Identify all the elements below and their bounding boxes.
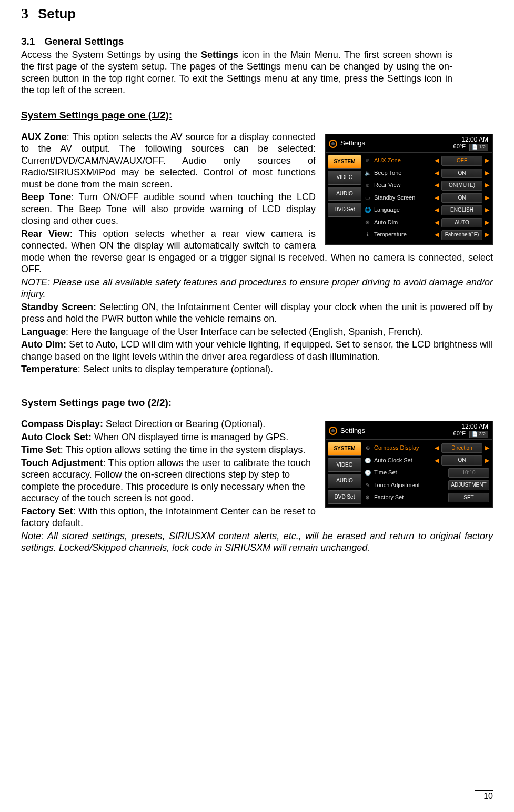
row-value[interactable]: ADJUSTMENT	[448, 480, 489, 490]
arrow-left-icon[interactable]: ◀	[435, 157, 439, 164]
settings-row[interactable]: 🌐Language◀ENGLISH▶	[364, 204, 489, 217]
section-number: 3.1	[21, 36, 35, 47]
row-value[interactable]: AUTO	[441, 218, 482, 228]
arrow-right-icon[interactable]: ▶	[485, 444, 489, 452]
settings-row[interactable]: ⎚Rear View◀ON(MUTE)▶	[364, 180, 489, 192]
arrow-left-icon[interactable]: ◀	[435, 170, 439, 177]
arrow-right-icon[interactable]: ▶	[485, 457, 489, 464]
row-icon: ⎚	[364, 157, 371, 164]
temperature-label: Temperature	[21, 364, 78, 374]
arrow-right-icon[interactable]: ▶	[485, 194, 489, 202]
sidebar-btn-system[interactable]: SYSTEM	[328, 442, 361, 456]
row-label: Auto Clock Set	[374, 457, 432, 464]
row-label: Compass Display	[374, 444, 432, 452]
rear-view-label: Rear View	[21, 229, 70, 239]
settings-row[interactable]: ⎚AUX Zone◀OFF▶	[364, 155, 489, 167]
device-title: Settings	[340, 427, 365, 435]
row-value[interactable]: 10:10	[448, 468, 489, 478]
settings-row[interactable]: ⚙Factory SetSET	[364, 491, 489, 504]
autoclock-label: Auto Clock Set:	[21, 432, 92, 442]
aux-zone-label: AUX Zone	[21, 132, 67, 142]
arrow-right-icon[interactable]: ▶	[485, 206, 489, 214]
row-value[interactable]: OFF	[441, 156, 482, 166]
device-clock: 12:00 AM	[453, 136, 488, 143]
row-label: Touch Adjustment	[374, 482, 446, 489]
timeset-label: Time Set	[21, 444, 61, 455]
arrow-left-icon[interactable]: ◀	[435, 231, 439, 239]
row-icon: 🌡	[364, 232, 371, 238]
arrow-right-icon[interactable]: ▶	[485, 219, 489, 226]
row-value[interactable]: ON	[441, 169, 482, 179]
arrow-left-icon[interactable]: ◀	[435, 182, 439, 189]
settings-row[interactable]: ✎Touch AdjustmentADJUSTMENT	[364, 479, 489, 492]
sidebar-btn-video[interactable]: VIDEO	[328, 171, 361, 185]
temperature-paragraph: Temperature: Select units to display tem…	[21, 363, 493, 375]
arrow-right-icon[interactable]: ▶	[485, 231, 489, 239]
sidebar-btn-system[interactable]: SYSTEM	[328, 155, 361, 169]
sidebar-btn-audio[interactable]: AUDIO	[328, 474, 361, 488]
row-icon: 🔈	[364, 170, 371, 176]
row-value[interactable]: ON(MUTE)	[441, 181, 482, 191]
settings-row[interactable]: 🔈Beep Tone◀ON▶	[364, 167, 489, 180]
chapter-heading: 3Setup	[21, 4, 493, 23]
settings-row[interactable]: 🕒Time Set10:10	[364, 467, 489, 479]
page-indicator[interactable]: 📄 2/2	[469, 431, 488, 438]
page-two-heading: System Settings page two (2/2):	[21, 397, 493, 409]
row-value[interactable]: ON	[441, 193, 482, 203]
arrow-left-icon[interactable]: ◀	[435, 206, 439, 214]
settings-screenshot-page2: Settings 12:00 AM 60°F 📄 2/2 SYSTEM VIDE…	[325, 421, 493, 508]
intro-bold-word: Settings	[201, 49, 238, 60]
row-value[interactable]: ENGLISH	[441, 205, 482, 215]
arrow-left-icon[interactable]: ◀	[435, 219, 439, 226]
row-icon: 🕒	[364, 458, 371, 464]
safety-note: NOTE: Please use all available safety fe…	[21, 276, 493, 300]
settings-row[interactable]: ⊕Compass Display◀Direction▶	[364, 442, 489, 454]
row-label: Language	[374, 206, 432, 214]
page-indicator[interactable]: 📄 1/2	[469, 144, 488, 151]
row-label: Factory Set	[374, 494, 446, 501]
row-icon: 🌐	[364, 207, 371, 213]
device-temperature: 60°F	[453, 143, 466, 150]
sidebar-btn-audio[interactable]: AUDIO	[328, 187, 361, 201]
sidebar-btn-dvdset[interactable]: DVD Set	[328, 490, 361, 504]
arrow-right-icon[interactable]: ▶	[485, 182, 489, 189]
arrow-right-icon[interactable]: ▶	[485, 170, 489, 177]
arrow-right-icon[interactable]: ▶	[485, 157, 489, 164]
row-value[interactable]: Direction	[441, 443, 482, 453]
arrow-left-icon[interactable]: ◀	[435, 457, 439, 464]
gear-icon	[329, 140, 337, 148]
row-value[interactable]: Fahrenheit(°F)	[441, 230, 482, 240]
arrow-left-icon[interactable]: ◀	[435, 444, 439, 452]
row-label: Time Set	[374, 469, 446, 477]
row-icon: ☀	[364, 220, 371, 226]
device-clock: 12:00 AM	[453, 423, 488, 430]
sidebar-btn-dvdset[interactable]: DVD Set	[328, 203, 361, 217]
row-icon: 🕒	[364, 470, 371, 476]
settings-row[interactable]: ▭Standby Screen◀ON▶	[364, 192, 489, 204]
row-value[interactable]: ON	[441, 455, 482, 466]
settings-row[interactable]: 🌡Temperature◀Fahrenheit(°F)▶	[364, 229, 489, 242]
row-label: Auto Dim	[374, 219, 432, 226]
touch-label: Touch Adjustment	[21, 458, 103, 468]
row-label: Temperature	[374, 231, 432, 239]
settings-screenshot-page1: Settings 12:00 AM 60°F 📄 1/2 SYSTEM VIDE…	[325, 134, 493, 245]
settings-row[interactable]: ☀Auto Dim◀AUTO▶	[364, 216, 489, 229]
page-number: 10	[475, 790, 493, 801]
device-settings-list: ⊕Compass Display◀Direction▶🕒Auto Clock S…	[364, 440, 492, 507]
settings-row[interactable]: 🕒Auto Clock Set◀ON▶	[364, 454, 489, 467]
sidebar-btn-video[interactable]: VIDEO	[328, 458, 361, 472]
row-value[interactable]: SET	[448, 493, 489, 503]
standby-label: Standby Screen:	[21, 302, 96, 312]
language-label: Language	[21, 326, 66, 337]
device-temperature: 60°F	[453, 430, 466, 437]
page-one-heading: System Settings page one (1/2):	[21, 109, 493, 122]
row-icon: ⚙	[364, 494, 371, 501]
factory-paragraph: Factory Set: With this option, the Infot…	[21, 506, 493, 529]
row-icon: ✎	[364, 482, 371, 489]
standby-paragraph: Standby Screen: Selecting ON, the Infota…	[21, 301, 493, 325]
arrow-left-icon[interactable]: ◀	[435, 194, 439, 202]
intro-paragraph: Access the System Settings by using the …	[21, 49, 452, 96]
row-label: Rear View	[374, 182, 432, 189]
row-icon: ▭	[364, 195, 371, 201]
chapter-title: Setup	[38, 6, 76, 22]
